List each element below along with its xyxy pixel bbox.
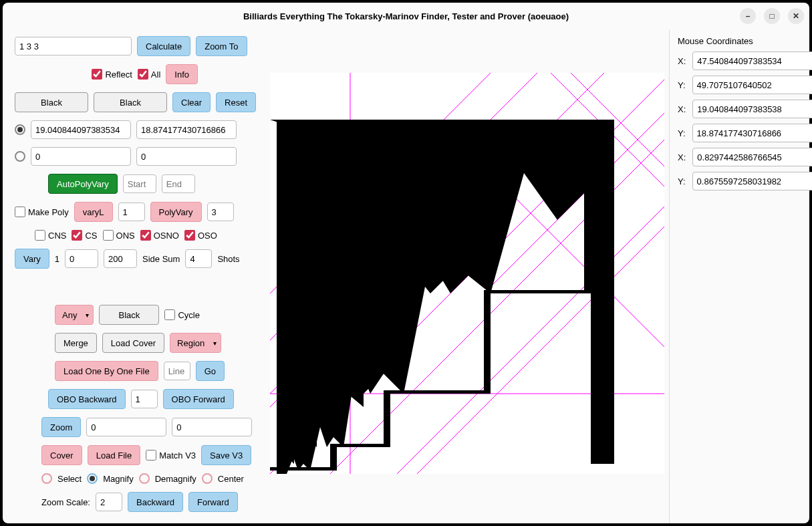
oso-checkbox[interactable]: OSO	[184, 230, 217, 241]
vary-v1-input[interactable]	[65, 249, 98, 268]
end-input[interactable]	[162, 174, 195, 193]
zoom-v2-input[interactable]	[172, 418, 252, 436]
all-checkbox[interactable]: All	[138, 69, 160, 80]
region-dropdown[interactable]: Region	[170, 333, 221, 353]
savev3-button[interactable]: Save V3	[201, 445, 251, 465]
coord-x1[interactable]	[692, 51, 812, 70]
zoom-to-button[interactable]: Zoom To	[196, 36, 247, 56]
loadobo-button[interactable]: Load One By One File	[55, 361, 158, 381]
coord-y1[interactable]	[692, 76, 812, 94]
close-icon[interactable]: ✕	[788, 8, 804, 24]
black1-button[interactable]: Black	[15, 92, 88, 112]
vary-one-label: 1	[55, 254, 59, 264]
row4-x-input[interactable]	[31, 120, 131, 139]
mouse-coords-header: Mouse Coordinates	[678, 36, 801, 46]
osno-checkbox[interactable]: OSNO	[140, 230, 179, 241]
clear-button[interactable]: Clear	[172, 92, 211, 112]
coord-x3[interactable]	[692, 148, 812, 166]
zoomscale-input[interactable]	[96, 493, 122, 511]
varyl-input[interactable]	[118, 203, 145, 221]
demagnify-radio[interactable]	[139, 473, 150, 484]
titlebar: Billiards Everything The Tokarsky-Marino…	[3, 3, 809, 29]
obo-input[interactable]	[131, 390, 158, 408]
reflect-checkbox[interactable]: Reflect	[92, 69, 132, 80]
row5-x-input[interactable]	[31, 147, 131, 166]
cycle-checkbox[interactable]: Cycle	[164, 309, 200, 320]
vary-button[interactable]: Vary	[15, 249, 49, 269]
matchv3-checkbox[interactable]: Match V3	[146, 450, 196, 461]
row4-y-input[interactable]	[136, 120, 237, 139]
zoom-button[interactable]: Zoom	[41, 417, 81, 437]
go-button[interactable]: Go	[196, 361, 225, 381]
makepoly-checkbox[interactable]: Make Poly	[15, 207, 69, 217]
start-input[interactable]	[123, 174, 156, 193]
plot-canvas[interactable]	[270, 73, 664, 474]
row5-radio[interactable]	[15, 151, 25, 162]
zoom-v1-input[interactable]	[86, 418, 166, 436]
row4-radio[interactable]	[15, 124, 25, 135]
coord-y2[interactable]	[692, 124, 812, 142]
forward-button[interactable]: Forward	[188, 492, 238, 512]
line-input[interactable]	[164, 362, 190, 380]
polyvary-button[interactable]: PolyVary	[150, 202, 202, 222]
window-title: Billiards Everything The Tokarsky-Marino…	[243, 11, 569, 21]
maximize-icon[interactable]: □	[764, 8, 780, 24]
center-radio[interactable]	[202, 473, 213, 484]
calculate-button[interactable]: Calculate	[137, 36, 190, 56]
expression-input[interactable]	[15, 37, 132, 55]
autopolyvary-button[interactable]: AutoPolyVary	[48, 174, 118, 194]
minimize-icon[interactable]: –	[740, 8, 756, 24]
any-dropdown[interactable]: Any	[55, 305, 94, 325]
info-button[interactable]: Info	[166, 64, 198, 84]
black2-button[interactable]: Black	[94, 92, 167, 112]
vary-v2-input[interactable]	[104, 249, 137, 268]
magnify-radio[interactable]	[87, 473, 98, 484]
obofwd-button[interactable]: OBO Forward	[163, 389, 234, 409]
black-button[interactable]: Black	[99, 305, 159, 325]
select-radio[interactable]	[41, 473, 52, 484]
polyvary-input[interactable]	[207, 203, 234, 221]
reset-button[interactable]: Reset	[216, 92, 256, 112]
shots-label: Shots	[217, 254, 239, 264]
cs-checkbox[interactable]: CS	[72, 230, 97, 241]
coord-y3[interactable]	[692, 172, 812, 190]
cover-button[interactable]: Cover	[41, 445, 82, 465]
loadcover-button[interactable]: Load Cover	[102, 333, 164, 353]
cns-checkbox[interactable]: CNS	[35, 230, 66, 241]
left-panel: Calculate Zoom To Reflect All Info Black…	[3, 29, 270, 523]
loadfile-button[interactable]: Load File	[88, 445, 140, 465]
merge-button[interactable]: Merge	[55, 333, 97, 353]
backward-button[interactable]: Backward	[128, 492, 183, 512]
zoomscale-label: Zoom Scale:	[41, 497, 90, 507]
row5-y-input[interactable]	[136, 147, 237, 166]
right-panel: Mouse Coordinates X: Y: X: Y: X: Y:	[669, 29, 809, 523]
oboback-button[interactable]: OBO Backward	[48, 389, 126, 409]
sidesum-label: Side Sum	[142, 254, 180, 264]
varyl-button[interactable]: varyL	[74, 202, 113, 222]
sidesum-input[interactable]	[185, 249, 212, 268]
coord-x2[interactable]	[692, 100, 812, 118]
ons-checkbox[interactable]: ONS	[103, 230, 135, 241]
